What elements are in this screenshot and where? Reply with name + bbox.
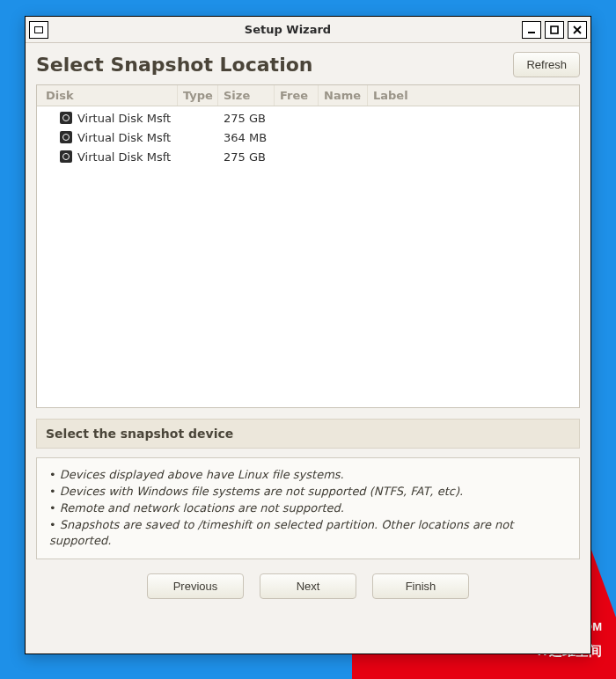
- col-disk[interactable]: Disk: [37, 85, 178, 106]
- info-line: Devices displayed above have Linux file …: [49, 467, 567, 484]
- window-menu-icon[interactable]: [29, 21, 48, 39]
- previous-button[interactable]: Previous: [147, 573, 244, 599]
- disk-icon: [60, 112, 72, 124]
- wizard-nav: Previous Next Finish: [36, 573, 580, 599]
- disk-icon: [60, 131, 72, 143]
- info-line: Snapshots are saved to /timeshift on sel…: [49, 517, 567, 551]
- disk-list[interactable]: Disk Type Size Free Name Label Virtual D…: [36, 84, 580, 408]
- page-title: Select Snapshot Location: [36, 54, 513, 76]
- disk-name: Virtual Disk Msft: [77, 112, 171, 125]
- disk-list-header: Disk Type Size Free Name Label: [37, 85, 579, 106]
- refresh-button[interactable]: Refresh: [513, 52, 580, 77]
- setup-wizard-window: Setup Wizard Select Snapshot Location Re…: [25, 16, 591, 654]
- col-type[interactable]: Type: [178, 85, 218, 106]
- disk-name: Virtual Disk Msft: [77, 131, 171, 144]
- info-line: Remote and network locations are not sup…: [49, 500, 567, 517]
- info-box: Devices displayed above have Linux file …: [36, 457, 580, 559]
- cell-size: 364 MB: [218, 131, 275, 144]
- disk-icon: [60, 150, 72, 163]
- cell-size: 275 GB: [218, 150, 275, 164]
- table-row[interactable]: Virtual Disk Msft275 GB: [37, 147, 579, 166]
- info-line: Devices with Windows file systems are no…: [49, 484, 567, 500]
- cell-size: 275 GB: [218, 112, 275, 125]
- next-button[interactable]: Next: [260, 573, 356, 599]
- section-title: Select the snapshot device: [36, 419, 580, 449]
- titlebar[interactable]: Setup Wizard: [26, 17, 590, 43]
- col-size[interactable]: Size: [218, 85, 275, 106]
- svg-rect-1: [551, 26, 558, 33]
- minimize-button[interactable]: [522, 21, 541, 39]
- window-title: Setup Wizard: [54, 23, 522, 36]
- table-row[interactable]: Virtual Disk Msft364 MB: [37, 128, 579, 147]
- col-label[interactable]: Label: [368, 85, 579, 106]
- close-button[interactable]: [568, 21, 587, 39]
- table-row[interactable]: Virtual Disk Msft275 GB: [37, 108, 579, 128]
- col-name[interactable]: Name: [319, 85, 368, 106]
- disk-name: Virtual Disk Msft: [77, 150, 171, 164]
- col-free[interactable]: Free: [275, 85, 319, 106]
- finish-button[interactable]: Finish: [372, 573, 469, 599]
- maximize-button[interactable]: [545, 21, 564, 39]
